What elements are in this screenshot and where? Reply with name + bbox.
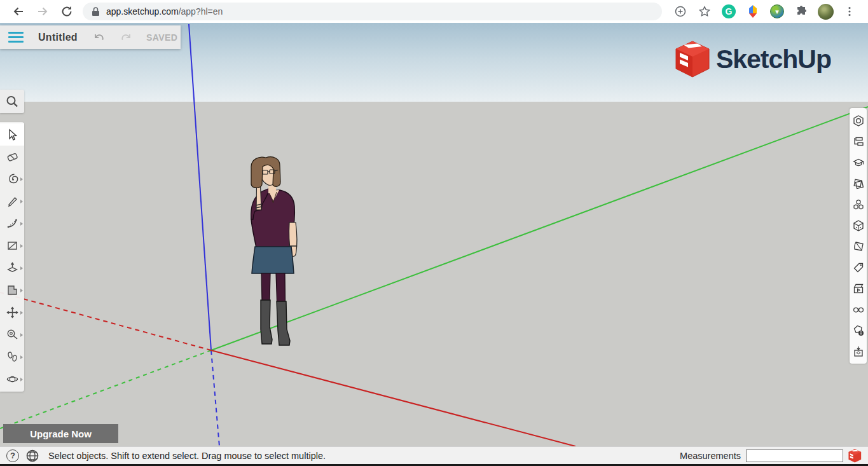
- measurements-group: Measurements: [680, 449, 862, 463]
- select-cursor-icon: [6, 128, 18, 141]
- outliner-icon: [852, 135, 865, 148]
- tool-palette: [0, 122, 24, 392]
- sketchup-wordmark: SketchUp: [716, 45, 831, 74]
- person-figure[interactable]: [243, 156, 304, 348]
- sketchup-logo: SketchUp: [675, 41, 831, 78]
- tool-eraser[interactable]: [0, 146, 24, 168]
- panel-instructor[interactable]: [850, 152, 867, 173]
- extensions-puzzle-icon[interactable]: [793, 3, 809, 20]
- arc-icon: [6, 217, 19, 230]
- idm-globe: ▾: [770, 4, 784, 18]
- sketchup-cube-icon: [675, 41, 710, 78]
- undo-icon[interactable]: [93, 32, 105, 43]
- tape-measure-icon: [6, 328, 19, 341]
- downloader-extension-icon[interactable]: [745, 3, 761, 20]
- tool-line[interactable]: [0, 190, 24, 212]
- walk-footprints-icon: [6, 350, 19, 364]
- styles-icon: [852, 177, 865, 190]
- measurements-label: Measurements: [680, 451, 741, 461]
- entity-info-icon: [852, 114, 865, 127]
- components-icon: [852, 198, 865, 211]
- panel-outliner[interactable]: [850, 131, 867, 152]
- tool-walk[interactable]: [0, 346, 24, 368]
- search-button[interactable]: [0, 90, 24, 113]
- search-icon: [5, 95, 19, 109]
- lock-icon: [92, 7, 100, 17]
- panel-soften-edges[interactable]: [850, 236, 867, 257]
- main-menu-icon[interactable]: [8, 32, 24, 43]
- add-location-icon: [852, 345, 865, 358]
- move-icon: [6, 306, 19, 319]
- scenes-clapper-icon: [852, 282, 865, 295]
- idm-extension-icon[interactable]: ▾: [769, 3, 785, 20]
- sketchup-viewport[interactable]: Untitled SAVED SketchUp: [0, 23, 868, 466]
- model-info-icon: [852, 324, 865, 337]
- grammarly-letter: G: [722, 4, 736, 18]
- panels-rail: [850, 108, 867, 364]
- panel-model-info[interactable]: [850, 320, 867, 341]
- tool-offset[interactable]: [0, 279, 24, 301]
- avatar-image: [818, 4, 834, 20]
- language-globe-icon[interactable]: [25, 449, 39, 463]
- tool-select[interactable]: [0, 123, 24, 146]
- forward-icon[interactable]: [35, 4, 50, 19]
- pencil-icon: [6, 195, 19, 208]
- measurements-input[interactable]: [746, 449, 843, 462]
- eraser-icon: [6, 150, 19, 163]
- soften-edges-icon: [852, 240, 865, 253]
- tool-paint[interactable]: [0, 168, 24, 190]
- panel-components[interactable]: [850, 194, 867, 215]
- tool-shape[interactable]: [0, 235, 24, 257]
- panel-materials[interactable]: [850, 215, 867, 236]
- upgrade-now-button[interactable]: Upgrade Now: [3, 424, 118, 443]
- push-pull-icon: [6, 261, 19, 275]
- redo-icon[interactable]: [120, 32, 132, 43]
- save-status-badge: SAVED: [146, 32, 177, 43]
- reload-icon[interactable]: [59, 4, 74, 19]
- zoom-page-icon[interactable]: [672, 3, 689, 20]
- tool-orbit[interactable]: [0, 368, 24, 390]
- status-bar: ? Select objects. Shift to extend select…: [0, 446, 868, 464]
- glasses-icon: [852, 303, 865, 316]
- grammarly-extension-icon[interactable]: G: [720, 3, 737, 20]
- address-bar[interactable]: app.sketchup.com/app?hl=en: [83, 3, 662, 20]
- materials-icon: [852, 219, 865, 232]
- status-hint: Select objects. Shift to extend select. …: [48, 451, 326, 461]
- panel-display[interactable]: [850, 299, 867, 320]
- browser-toolbar: app.sketchup.com/app?hl=en G ▾: [0, 0, 868, 23]
- url-path: /app?hl=en: [179, 6, 223, 17]
- tool-tape-measure[interactable]: [0, 324, 24, 346]
- browser-menu-icon[interactable]: [841, 3, 858, 20]
- tool-arc[interactable]: [0, 212, 24, 235]
- panel-styles[interactable]: [850, 173, 867, 194]
- url-domain: app.sketchup.com: [106, 6, 179, 17]
- instructor-cap-icon: [852, 156, 865, 169]
- app-header: Untitled SAVED: [0, 25, 181, 49]
- bookmark-star-icon[interactable]: [696, 3, 713, 20]
- rectangle-icon: [6, 239, 19, 252]
- paint-bucket-icon: [6, 172, 19, 186]
- panel-entity-info[interactable]: [850, 110, 867, 131]
- offset-icon: [6, 284, 19, 297]
- orbit-icon: [6, 373, 19, 386]
- tool-move[interactable]: [0, 301, 24, 324]
- document-title[interactable]: Untitled: [38, 32, 78, 43]
- panel-tags[interactable]: [850, 257, 867, 278]
- drawing-axes: [0, 23, 868, 446]
- sketchup-mini-logo-icon: [848, 449, 862, 463]
- panel-add-location[interactable]: [850, 341, 867, 362]
- tag-icon: [852, 261, 865, 274]
- back-icon[interactable]: [11, 4, 26, 19]
- tool-push-pull[interactable]: [0, 257, 24, 279]
- help-icon[interactable]: ?: [6, 449, 19, 462]
- panel-scenes[interactable]: [850, 278, 867, 299]
- browser-avatar[interactable]: [817, 3, 834, 20]
